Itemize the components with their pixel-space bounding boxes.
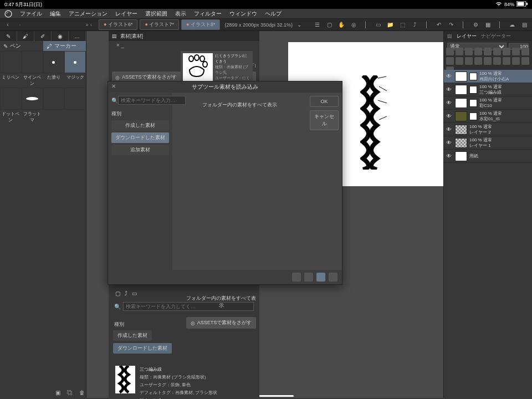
layer-1[interactable]: 👁100 % 通常画面向け小石A: [444, 70, 532, 83]
view-icon-4[interactable]: [329, 273, 337, 282]
pencil-icon[interactable]: ✎: [0, 31, 17, 41]
ok-button[interactable]: OK: [310, 96, 339, 107]
eye-icon[interactable]: 👁: [446, 126, 453, 133]
menu-window[interactable]: ウィンドウ: [229, 10, 257, 18]
brush-slot-3[interactable]: [43, 51, 65, 73]
lower-cat-1[interactable]: 作成した素材: [113, 330, 152, 341]
dialog-cat-2[interactable]: ダウンロードした素材: [111, 132, 169, 143]
chevron-right-icon[interactable]: ›: [16, 21, 24, 29]
view-icon-1[interactable]: [292, 273, 301, 282]
layer-4[interactable]: 👁100 % 通常水彩01_IS: [444, 110, 532, 123]
doc-tab-1[interactable]: ● イラスト6*: [99, 19, 137, 30]
brush-slot-8[interactable]: [64, 88, 86, 110]
l-icon-13[interactable]: [474, 57, 482, 65]
close-x-icon[interactable]: × _: [116, 42, 124, 48]
brush-slot-4[interactable]: [64, 51, 86, 73]
layer-paper[interactable]: 👁用紙: [444, 150, 532, 163]
box-icon[interactable]: ▦: [483, 21, 492, 29]
ml-icon-1[interactable]: ▢: [115, 290, 120, 296]
l-icon-6[interactable]: [493, 48, 501, 55]
l-icon-7[interactable]: [503, 48, 510, 55]
dialog-cat-1[interactable]: 作成した素材: [111, 120, 169, 131]
menu-filter[interactable]: フィルター: [194, 10, 222, 18]
l-icon-1[interactable]: [446, 48, 454, 55]
l-icon-18[interactable]: [521, 57, 529, 65]
menu-icon[interactable]: ☰: [313, 21, 321, 29]
cloud-icon[interactable]: ☁: [508, 21, 516, 29]
folder-icon[interactable]: ▭: [374, 21, 382, 29]
layers-tab-icon[interactable]: ▤: [447, 33, 452, 39]
close-icon[interactable]: ✕: [111, 83, 116, 89]
more-icon[interactable]: …: [69, 31, 86, 41]
menu-edit[interactable]: 編集: [50, 10, 61, 18]
save-icon[interactable]: ⬚: [398, 21, 407, 29]
layer-3[interactable]: 👁100 % 通常彩C10: [444, 96, 532, 110]
eye-icon[interactable]: 👁: [446, 86, 453, 93]
layer-6[interactable]: 👁100 % 通常レイヤー 1: [444, 136, 532, 150]
brush-slot-5[interactable]: [0, 88, 22, 110]
doc-tab-2[interactable]: ● イラスト7*: [140, 19, 178, 30]
brush-slot-7[interactable]: [43, 88, 65, 110]
gear-icon[interactable]: ⚙: [471, 21, 480, 29]
new-icon[interactable]: ▢: [325, 21, 334, 29]
menu-help[interactable]: ヘルプ: [265, 10, 282, 18]
subtool-marker[interactable]: 🖍 マーカー: [43, 41, 86, 51]
brush-icon[interactable]: 🖌: [17, 31, 34, 41]
view-icon-2[interactable]: [304, 273, 313, 282]
dialog-show-all[interactable]: フォルダー内の素材をすべて表示: [178, 101, 301, 109]
undo-icon[interactable]: ↶: [434, 21, 443, 29]
l-icon-14[interactable]: [484, 57, 492, 65]
l-icon-9[interactable]: [521, 48, 529, 55]
l-icon-4[interactable]: [474, 48, 482, 55]
chevron-down-icon[interactable]: ⌄: [295, 21, 304, 29]
app-logo-icon[interactable]: [4, 10, 12, 18]
trash-icon[interactable]: 🗑: [78, 388, 86, 397]
subtool-pen[interactable]: ✎ ペン: [0, 41, 43, 51]
airbrush-icon[interactable]: ◉: [52, 31, 69, 41]
cancel-button[interactable]: キャンセル: [310, 110, 339, 130]
l-icon-10[interactable]: [446, 57, 454, 65]
l-icon-8[interactable]: [512, 48, 520, 55]
layers-tab[interactable]: レイヤー: [457, 33, 477, 40]
eye-icon[interactable]: 👁: [446, 100, 453, 106]
l-icon-3[interactable]: [465, 48, 473, 55]
material-item[interactable]: 三つ編み線 種類：画像素材 (ブラシ先端形状) ユーザータグ：装飾, 単色 デフ…: [112, 362, 256, 399]
material-tab-label[interactable]: 素材[素材]: [120, 33, 143, 40]
lower-assets-button[interactable]: ◎ ASSETSで素材をさがす: [186, 317, 256, 329]
open-icon[interactable]: 📁: [386, 21, 395, 29]
eye-icon[interactable]: 👁: [446, 73, 453, 80]
l-icon-11[interactable]: [456, 57, 463, 65]
export-icon[interactable]: ⤴: [410, 21, 419, 29]
l-icon-15[interactable]: [493, 57, 501, 65]
l-icon-12[interactable]: [465, 57, 473, 65]
eye-icon[interactable]: 👁: [446, 113, 453, 120]
dup-layer-icon[interactable]: ⿻: [65, 388, 74, 397]
grid-icon[interactable]: ▤: [520, 21, 529, 29]
dialog-title-bar[interactable]: ✕ サブツール素材を読み込み: [108, 81, 342, 93]
chevron-left-icon[interactable]: ‹: [3, 21, 12, 29]
eye-icon[interactable]: 👁: [446, 140, 453, 146]
layer-5[interactable]: 👁100 % 通常レイヤー 2: [444, 123, 532, 136]
preview-thumb[interactable]: [183, 53, 213, 82]
doc-tab-3[interactable]: ● イラスト8*: [181, 19, 220, 30]
menu-layer[interactable]: レイヤー: [115, 10, 137, 18]
view-icon-3[interactable]: [316, 273, 325, 282]
lower-show-all[interactable]: フォルダー内の素材をすべて表示: [186, 290, 256, 314]
l-icon-2[interactable]: [456, 48, 463, 55]
menu-animation[interactable]: アニメーション: [69, 10, 108, 18]
dialog-cat-3[interactable]: 追加素材: [111, 145, 169, 155]
navigator-tab[interactable]: ナビゲーター: [481, 33, 511, 40]
pen2-icon[interactable]: ✐: [34, 31, 52, 41]
redo-icon[interactable]: ↷: [447, 21, 456, 29]
add-layer-icon[interactable]: ▣: [53, 388, 62, 397]
ml-icon-2[interactable]: ⤴: [125, 290, 127, 296]
ml-icon-3[interactable]: ▭: [132, 290, 137, 296]
l-icon-5[interactable]: [484, 48, 492, 55]
l-icon-16[interactable]: [503, 57, 510, 65]
menu-selection[interactable]: 選択範囲: [145, 10, 167, 18]
l-icon-17[interactable]: [512, 57, 520, 65]
brush-slot-2[interactable]: [22, 51, 43, 73]
brush-slot-6[interactable]: [22, 88, 43, 110]
menu-file[interactable]: ファイル: [20, 10, 42, 18]
lower-cat-2[interactable]: ダウンロードした素材: [113, 343, 172, 354]
